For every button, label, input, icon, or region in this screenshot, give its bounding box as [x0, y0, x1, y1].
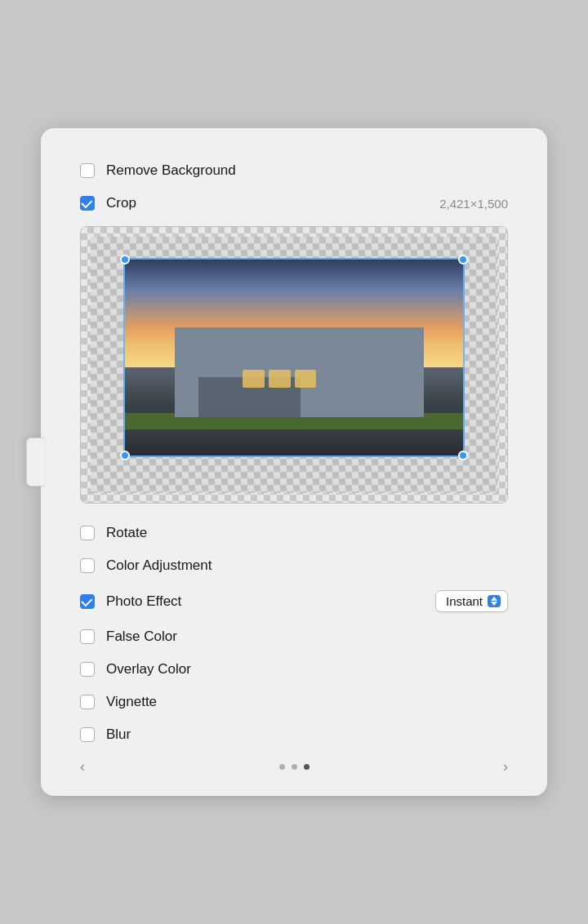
vignette-label: Vignette — [106, 694, 157, 710]
photo-effect-checkbox[interactable] — [80, 594, 95, 609]
side-tab[interactable] — [26, 438, 44, 486]
photo-effect-row: Photo Effect Instant — [80, 582, 508, 620]
vignette-row: Vignette — [80, 686, 508, 718]
prev-page-arrow[interactable]: ‹ — [80, 758, 85, 775]
photo-effect-label: Photo Effect — [106, 593, 181, 610]
image-inner — [91, 237, 497, 493]
main-panel: Remove Background Crop 2,421×1,500 — [41, 128, 547, 796]
color-adjustment-checkbox[interactable] — [80, 558, 95, 573]
overlay-color-label: Overlay Color — [106, 661, 191, 677]
window-3 — [295, 370, 316, 388]
windows — [243, 370, 316, 388]
blur-label: Blur — [106, 726, 131, 743]
arrow-up-icon — [491, 597, 497, 601]
pagination-dot-2[interactable] — [292, 764, 297, 770]
house-image — [123, 258, 465, 457]
arrow-down-icon — [491, 602, 497, 606]
photo-effect-dropdown[interactable]: Instant — [435, 590, 508, 612]
crop-checkbox[interactable] — [80, 196, 95, 211]
rotate-row: Rotate — [80, 517, 508, 549]
window-1 — [243, 370, 264, 388]
pagination-dot-1[interactable] — [279, 764, 285, 770]
false-color-checkbox[interactable] — [80, 629, 95, 644]
blur-checkbox[interactable] — [80, 727, 95, 742]
remove-background-checkbox[interactable] — [80, 163, 95, 178]
window-2 — [269, 370, 290, 388]
false-color-label: False Color — [106, 629, 177, 645]
remove-background-row: Remove Background — [80, 154, 508, 187]
crop-row: Crop 2,421×1,500 — [80, 187, 508, 220]
image-preview-container — [80, 226, 508, 504]
next-page-arrow[interactable]: › — [503, 758, 508, 775]
rotate-label: Rotate — [106, 525, 147, 541]
color-adjustment-row: Color Adjustment — [80, 549, 508, 582]
crop-dimensions: 2,421×1,500 — [439, 197, 508, 211]
dropdown-value: Instant — [446, 594, 483, 608]
color-adjustment-label: Color Adjustment — [106, 558, 212, 574]
overlay-color-checkbox[interactable] — [80, 662, 95, 677]
crop-label: Crop — [106, 195, 136, 211]
road-reflection — [123, 425, 465, 457]
dropdown-arrows-icon — [488, 595, 501, 607]
rotate-checkbox[interactable] — [80, 526, 95, 540]
false-color-row: False Color — [80, 620, 508, 653]
pagination: ‹ › — [80, 751, 508, 776]
remove-background-label: Remove Background — [106, 162, 236, 179]
vignette-checkbox[interactable] — [80, 695, 95, 709]
blur-row: Blur — [80, 718, 508, 751]
pagination-dot-3[interactable] — [304, 764, 310, 770]
overlay-color-row: Overlay Color — [80, 653, 508, 686]
